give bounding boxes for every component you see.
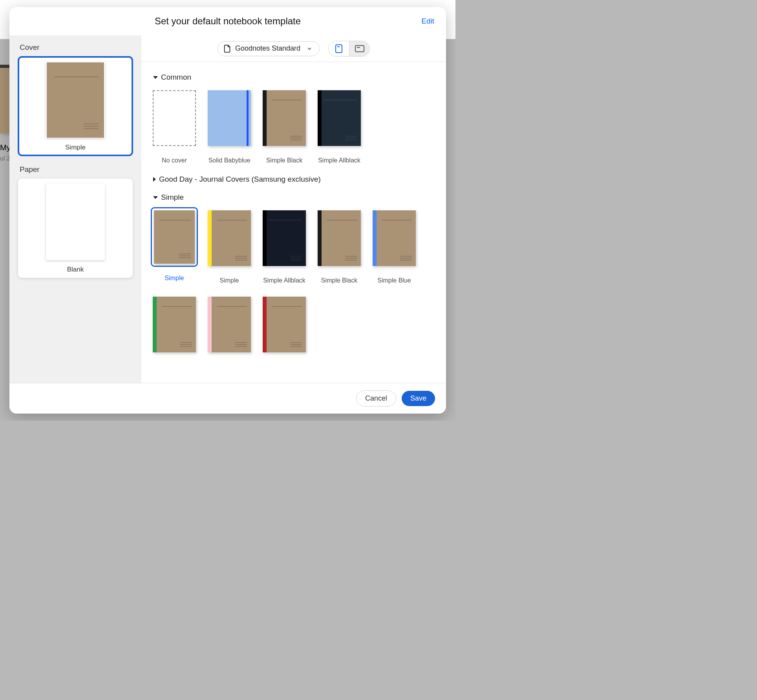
sidebar: Cover Simple Paper Blank — [9, 35, 141, 383]
cover-tile-simple-blue[interactable]: Simple Blue — [372, 207, 416, 284]
modal-body: Cover Simple Paper Blank — [9, 35, 446, 383]
section-common-tiles: No cover Solid Babyblue Simple Black — [152, 87, 436, 164]
section-title: Good Day - Journal Covers (Samsung exclu… — [159, 175, 321, 184]
section-goodday-header[interactable]: Good Day - Journal Covers (Samsung exclu… — [152, 171, 436, 189]
save-button[interactable]: Save — [402, 391, 435, 406]
portrait-icon — [335, 44, 342, 53]
modal-footer: Cancel Save — [9, 383, 446, 414]
cover-tile-simple-allblack-2[interactable]: Simple Allblack — [262, 207, 306, 284]
document-icon — [223, 44, 231, 53]
section-title: Common — [161, 73, 191, 82]
orientation-portrait[interactable] — [329, 41, 349, 56]
sidebar-cover-thumb — [46, 62, 105, 138]
cover-tile-babyblue[interactable]: Solid Babyblue — [207, 87, 251, 164]
landscape-icon — [355, 45, 364, 52]
modal-title: Set your default notebook template — [155, 16, 301, 27]
template-set-dropdown[interactable]: Goodnotes Standard — [218, 41, 320, 56]
sidebar-paper-card[interactable]: Blank — [18, 179, 133, 278]
svg-rect-0 — [336, 45, 342, 53]
dropdown-label: Goodnotes Standard — [235, 44, 300, 53]
section-common-header[interactable]: Common — [152, 69, 436, 87]
cover-tile-simple-red[interactable] — [262, 293, 306, 363]
cancel-button[interactable]: Cancel — [356, 390, 396, 407]
chevron-down-icon — [153, 76, 158, 79]
bg-notebook-title: My — [0, 143, 11, 152]
modal-header: Set your default notebook template Edit — [9, 7, 446, 35]
cover-tile-simple-allblack[interactable]: Simple Allblack — [317, 87, 361, 164]
section-title: Simple — [161, 193, 184, 202]
cover-tile-simple-black[interactable]: Simple Black — [262, 87, 306, 164]
sidebar-paper-name: Blank — [67, 266, 84, 273]
cover-tile-simple-green[interactable] — [152, 293, 196, 363]
cover-tile-simple-pink[interactable] — [207, 293, 251, 363]
sidebar-cover-name: Simple — [65, 144, 86, 151]
main-toolbar: Goodnotes Standard — [141, 35, 446, 62]
template-modal: Set your default notebook template Edit … — [9, 7, 446, 414]
cover-tile-simple-black-2[interactable]: Simple Black — [317, 207, 361, 284]
section-simple-header[interactable]: Simple — [152, 189, 436, 207]
sidebar-cover-card[interactable]: Simple — [18, 57, 133, 156]
chevron-down-icon — [307, 46, 312, 51]
template-gallery[interactable]: Common No cover Solid Babyblue — [141, 62, 446, 383]
cover-tile-nocover[interactable]: No cover — [152, 87, 196, 164]
bg-notebook-date: ul 2 — [0, 155, 10, 162]
cover-tile-simple-yellow[interactable]: Simple — [207, 207, 251, 284]
orientation-toggle — [328, 41, 370, 57]
main-panel: Goodnotes Standard — [141, 35, 446, 383]
svg-rect-2 — [355, 46, 364, 52]
chevron-down-icon — [153, 196, 158, 199]
sidebar-paper-thumb — [46, 184, 105, 260]
chevron-right-icon — [153, 177, 156, 182]
sidebar-cover-label: Cover — [18, 43, 133, 52]
section-simple-tiles: Simple Simple Simple Allblack — [152, 207, 436, 363]
orientation-landscape[interactable] — [349, 41, 369, 56]
edit-link[interactable]: Edit — [421, 17, 434, 26]
sidebar-paper-label: Paper — [18, 165, 133, 174]
cover-tile-simple-plain[interactable]: Simple — [152, 207, 196, 284]
